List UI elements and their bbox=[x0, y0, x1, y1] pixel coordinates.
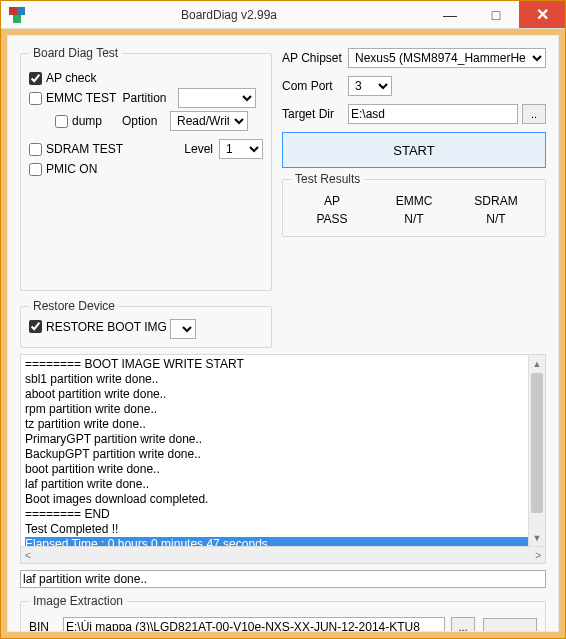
status-line[interactable] bbox=[20, 570, 546, 588]
target-dir-input[interactable] bbox=[348, 104, 518, 124]
scroll-left-icon[interactable]: < bbox=[25, 550, 31, 561]
ap-chipset-select[interactable]: Nexus5 (MSM8974_HammerHe bbox=[348, 48, 546, 68]
test-results-group: Test Results AP PASS EMMC N/T SDRAM N/T bbox=[282, 172, 546, 237]
restore-legend: Restore Device bbox=[29, 299, 119, 313]
dump-input[interactable] bbox=[55, 115, 68, 128]
option-select[interactable]: Read/Writ bbox=[170, 111, 248, 131]
sdram-result-label: SDRAM bbox=[466, 194, 526, 208]
window-title: BoardDiag v2.99a bbox=[31, 8, 427, 22]
emmc-test-input[interactable] bbox=[29, 92, 42, 105]
pmic-on-input[interactable] bbox=[29, 163, 42, 176]
option-label: Option bbox=[122, 114, 164, 128]
log-hscrollbar[interactable]: < > bbox=[21, 546, 545, 563]
log-line[interactable]: rpm partition write done.. bbox=[25, 402, 541, 417]
log-vscrollbar[interactable]: ▲ ▼ bbox=[528, 355, 545, 546]
partition-label: Partition bbox=[122, 91, 172, 105]
log-line[interactable]: sbl1 partition write done.. bbox=[25, 372, 541, 387]
start-button[interactable]: START bbox=[282, 132, 546, 168]
ap-result-value: PASS bbox=[302, 212, 362, 226]
sdram-test-input[interactable] bbox=[29, 143, 42, 156]
dump-checkbox[interactable]: dump bbox=[55, 114, 102, 128]
log-line[interactable]: boot partition write done.. bbox=[25, 462, 541, 477]
restore-device-group: Restore Device RESTORE BOOT IMG bbox=[20, 299, 272, 348]
log-line[interactable]: Test Completed !! bbox=[25, 522, 541, 537]
emmc-result-value: N/T bbox=[384, 212, 444, 226]
log-body[interactable]: ======== BOOT IMAGE WRITE STARTsbl1 part… bbox=[21, 355, 545, 546]
log-line[interactable]: tz partition write done.. bbox=[25, 417, 541, 432]
ap-chipset-label: AP Chipset bbox=[282, 51, 344, 65]
log-line[interactable]: PrimaryGPT partition write done.. bbox=[25, 432, 541, 447]
scroll-up-icon[interactable]: ▲ bbox=[529, 355, 545, 372]
log-line[interactable]: Boot images download completed. bbox=[25, 492, 541, 507]
log-panel: ======== BOOT IMAGE WRITE STARTsbl1 part… bbox=[20, 354, 546, 564]
ap-check-input[interactable] bbox=[29, 72, 42, 85]
bin-label: BIN bbox=[29, 620, 57, 632]
restore-boot-img-input[interactable] bbox=[29, 320, 42, 333]
bin-input[interactable] bbox=[63, 617, 445, 632]
level-select[interactable]: 1 bbox=[219, 139, 263, 159]
ap-result-label: AP bbox=[302, 194, 362, 208]
scroll-right-icon[interactable]: > bbox=[535, 550, 541, 561]
pmic-on-checkbox[interactable]: PMIC ON bbox=[29, 162, 97, 176]
close-button[interactable]: ✕ bbox=[519, 1, 565, 28]
app-window: BoardDiag v2.99a — □ ✕ Board Diag Test A… bbox=[0, 0, 566, 639]
extract-button[interactable]: Extract bbox=[483, 618, 537, 633]
board-diag-legend: Board Diag Test bbox=[29, 46, 122, 60]
image-extraction-legend: Image Extraction bbox=[29, 594, 127, 608]
log-line[interactable]: laf partition write done.. bbox=[25, 477, 541, 492]
target-dir-label: Target Dir bbox=[282, 107, 344, 121]
emmc-result-label: EMMC bbox=[384, 194, 444, 208]
log-line[interactable]: Elapsed Time : 0 hours 0 minutes 47 seco… bbox=[25, 537, 541, 546]
emmc-test-checkbox[interactable]: EMMC TEST bbox=[29, 91, 116, 105]
scroll-thumb[interactable] bbox=[531, 373, 543, 513]
board-diag-test-group: Board Diag Test AP check EMMC TEST bbox=[20, 46, 272, 291]
partition-select[interactable] bbox=[178, 88, 256, 108]
maximize-button[interactable]: □ bbox=[473, 1, 519, 28]
sdram-result-value: N/T bbox=[466, 212, 526, 226]
titlebar[interactable]: BoardDiag v2.99a — □ ✕ bbox=[1, 1, 565, 29]
log-line[interactable]: aboot partition write done.. bbox=[25, 387, 541, 402]
restore-select[interactable] bbox=[170, 319, 196, 339]
client-area: Board Diag Test AP check EMMC TEST bbox=[7, 35, 559, 632]
level-label: Level bbox=[184, 142, 213, 156]
ap-check-checkbox[interactable]: AP check bbox=[29, 71, 96, 85]
test-results-legend: Test Results bbox=[291, 172, 364, 186]
app-icon bbox=[9, 7, 25, 23]
log-line[interactable]: BackupGPT partition write done.. bbox=[25, 447, 541, 462]
bin-browse-button[interactable]: ... bbox=[451, 617, 475, 632]
com-port-select[interactable]: 3 bbox=[348, 76, 392, 96]
log-line[interactable]: ======== BOOT IMAGE WRITE START bbox=[25, 357, 541, 372]
sdram-test-checkbox[interactable]: SDRAM TEST bbox=[29, 142, 123, 156]
scroll-down-icon[interactable]: ▼ bbox=[529, 529, 545, 546]
com-port-label: Com Port bbox=[282, 79, 344, 93]
target-dir-browse-button[interactable]: .. bbox=[522, 104, 546, 124]
minimize-button[interactable]: — bbox=[427, 1, 473, 28]
log-line[interactable]: ======== END bbox=[25, 507, 541, 522]
image-extraction-group: Image Extraction BIN ... DIR ... Extract bbox=[20, 594, 546, 632]
restore-boot-img-checkbox[interactable]: RESTORE BOOT IMG bbox=[29, 320, 167, 334]
